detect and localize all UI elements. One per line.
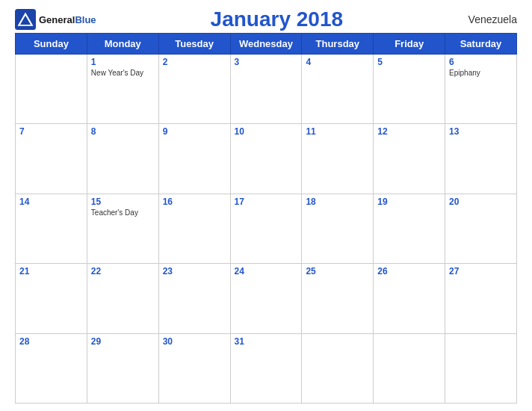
day-cell: 14: [16, 194, 87, 263]
col-header-sunday: Sunday: [16, 34, 87, 55]
day-cell: 20: [445, 194, 517, 263]
day-number: 13: [449, 126, 513, 137]
day-number: 11: [306, 126, 369, 137]
logo-text: GeneralBlue: [39, 13, 96, 26]
day-cell: 22: [87, 264, 158, 333]
day-number: 30: [163, 336, 226, 347]
col-header-wednesday: Wednesday: [230, 34, 302, 55]
day-cell: 2: [158, 55, 230, 124]
day-cell: [374, 333, 445, 403]
day-number: 10: [235, 126, 298, 137]
day-number: 7: [19, 126, 83, 137]
month-title: January 2018: [96, 7, 457, 31]
day-cell: 29: [87, 333, 158, 403]
day-cell: 10: [230, 124, 302, 194]
logo-icon: [15, 9, 36, 30]
logo-blue: Blue: [75, 14, 96, 25]
day-cell: 30: [158, 333, 230, 403]
day-number: 25: [306, 266, 369, 276]
col-header-monday: Monday: [87, 34, 158, 55]
days-of-week-row: SundayMondayTuesdayWednesdayThursdayFrid…: [16, 34, 517, 55]
day-number: 18: [306, 197, 369, 207]
day-cell: [16, 55, 87, 124]
day-cell: 6Epiphany: [445, 55, 517, 124]
holiday-name: Epiphany: [449, 69, 513, 77]
day-number: 31: [235, 336, 298, 347]
day-cell: [302, 333, 374, 403]
logo: GeneralBlue: [15, 9, 96, 30]
day-cell: 3: [230, 55, 302, 124]
day-cell: 27: [445, 264, 517, 333]
day-number: 21: [19, 266, 83, 276]
week-row-4: 21222324252627: [16, 264, 517, 333]
col-header-thursday: Thursday: [302, 34, 374, 55]
day-number: 23: [163, 266, 226, 276]
day-number: 15: [91, 197, 155, 207]
day-number: 6: [449, 57, 513, 67]
day-cell: 25: [302, 264, 374, 333]
col-header-saturday: Saturday: [445, 34, 517, 55]
day-cell: 18: [302, 194, 374, 263]
holiday-name: New Year's Day: [91, 69, 155, 77]
day-cell: 15Teacher's Day: [87, 194, 158, 263]
day-cell: 19: [374, 194, 445, 263]
day-number: 20: [449, 197, 513, 207]
day-cell: 5: [374, 55, 445, 124]
week-row-2: 78910111213: [16, 124, 517, 194]
day-number: 16: [163, 197, 226, 207]
day-number: 1: [91, 57, 155, 67]
day-cell: 1New Year's Day: [87, 55, 158, 124]
col-header-tuesday: Tuesday: [158, 34, 230, 55]
day-number: 9: [163, 126, 226, 137]
day-cell: 7: [16, 124, 87, 194]
day-number: 29: [91, 336, 155, 347]
day-number: 2: [163, 57, 226, 67]
day-cell: 9: [158, 124, 230, 194]
day-cell: 8: [87, 124, 158, 194]
day-number: 14: [19, 197, 83, 207]
day-cell: 17: [230, 194, 302, 263]
country-label: Venezuela: [457, 13, 517, 25]
day-number: 27: [449, 266, 513, 276]
calendar-table: SundayMondayTuesdayWednesdayThursdayFrid…: [15, 33, 517, 404]
day-cell: 28: [16, 333, 87, 403]
day-cell: 24: [230, 264, 302, 333]
day-number: 4: [306, 57, 369, 67]
day-cell: 12: [374, 124, 445, 194]
day-number: 8: [91, 126, 155, 137]
day-number: 17: [235, 197, 298, 207]
logo-general: General: [39, 14, 75, 25]
day-cell: 16: [158, 194, 230, 263]
day-cell: 13: [445, 124, 517, 194]
day-number: 5: [377, 57, 441, 67]
day-cell: 11: [302, 124, 374, 194]
day-number: 24: [235, 266, 298, 276]
col-header-friday: Friday: [374, 34, 445, 55]
day-cell: 4: [302, 55, 374, 124]
day-number: 22: [91, 266, 155, 276]
day-number: 26: [377, 266, 441, 276]
day-number: 19: [377, 197, 441, 207]
day-cell: [445, 333, 517, 403]
week-row-3: 1415Teacher's Day1617181920: [16, 194, 517, 263]
day-number: 12: [377, 126, 441, 137]
day-number: 3: [235, 57, 298, 67]
day-number: 28: [19, 336, 83, 347]
week-row-5: 28293031: [16, 333, 517, 403]
calendar-header: GeneralBlue January 2018 Venezuela: [15, 7, 517, 31]
day-cell: 23: [158, 264, 230, 333]
day-cell: 21: [16, 264, 87, 333]
holiday-name: Teacher's Day: [91, 208, 155, 217]
day-cell: 31: [230, 333, 302, 403]
day-cell: 26: [374, 264, 445, 333]
week-row-1: 1New Year's Day23456Epiphany: [16, 55, 517, 124]
